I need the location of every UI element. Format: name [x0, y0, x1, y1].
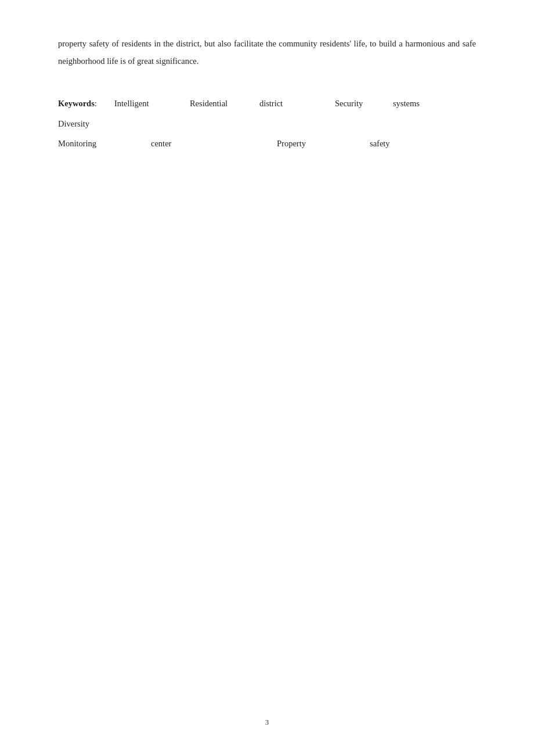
paragraph-text: property safety of residents in the dist… [58, 35, 476, 70]
keywords-colon: : [95, 93, 97, 114]
page-content: property safety of residents in the dist… [0, 0, 534, 756]
kw-center: center [151, 134, 270, 154]
kw-safety: safety [370, 134, 416, 154]
kw-district: district [259, 93, 317, 114]
keywords-section: Keywords: Intelligent Residential distri… [58, 93, 476, 154]
kw-monitoring: Monitoring [58, 134, 144, 154]
paragraph-section: property safety of residents in the dist… [58, 35, 476, 70]
kw-diversity: Diversity [58, 114, 104, 134]
kw-systems: systems [393, 93, 439, 114]
page-number: 3 [265, 718, 269, 727]
kw-property: Property [277, 134, 370, 154]
kw-intelligent: Intelligent [114, 93, 178, 114]
kw-security: Security [335, 93, 381, 114]
kw-residential: Residential [190, 93, 248, 114]
keywords-label: Keywords [58, 93, 95, 114]
